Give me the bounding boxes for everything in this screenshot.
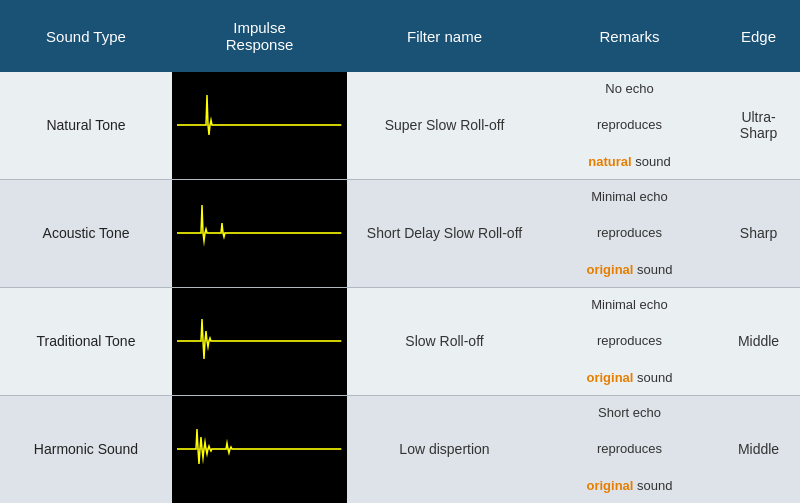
header-filter: Filter name: [347, 0, 542, 72]
remarks-highlight-line: natural sound: [588, 153, 670, 171]
remarks-line1: Minimal echo: [591, 188, 668, 206]
remarks-highlight-word: original: [587, 370, 634, 385]
waveform-canvas: [177, 201, 342, 265]
remarks-highlight-line: original sound: [587, 477, 673, 495]
waveform-canvas: [177, 93, 342, 157]
edge-cell: Ultra-Sharp: [717, 72, 800, 179]
remarks-line2: reproduces: [597, 332, 662, 350]
waveform-canvas: [177, 417, 342, 481]
impulse-cell: [172, 72, 347, 179]
sound-type-cell: Natural Tone: [0, 72, 172, 179]
remarks-line1: Short echo: [598, 404, 661, 422]
impulse-cell: [172, 396, 347, 503]
remarks-cell: Minimal echoreproducesoriginal sound: [542, 288, 717, 395]
sound-type-cell: Traditional Tone: [0, 288, 172, 395]
sound-type-cell: Harmonic Sound: [0, 396, 172, 503]
remarks-highlight-word: original: [587, 262, 634, 277]
remarks-cell: No echoreproducesnatural sound: [542, 72, 717, 179]
remarks-cell: Minimal echoreproducesoriginal sound: [542, 180, 717, 287]
table-row: Harmonic SoundLow dispertionShort echore…: [0, 396, 800, 503]
remarks-line2: reproduces: [597, 116, 662, 134]
remarks-line2: reproduces: [597, 224, 662, 242]
filter-name-cell: Super Slow Roll-off: [347, 72, 542, 179]
remarks-highlight-line: original sound: [587, 261, 673, 279]
table-row: Natural ToneSuper Slow Roll-offNo echore…: [0, 72, 800, 180]
remarks-highlight-word: original: [587, 478, 634, 493]
remarks-line2: reproduces: [597, 440, 662, 458]
impulse-cell: [172, 180, 347, 287]
remarks-highlight-line: original sound: [587, 369, 673, 387]
filter-name-cell: Slow Roll-off: [347, 288, 542, 395]
edge-cell: Middle: [717, 396, 800, 503]
table-body: Natural ToneSuper Slow Roll-offNo echore…: [0, 72, 800, 503]
comparison-table: Sound Type Impulse Response Filter name …: [0, 0, 800, 503]
table-row: Acoustic ToneShort Delay Slow Roll-offMi…: [0, 180, 800, 288]
table-row: Traditional ToneSlow Roll-offMinimal ech…: [0, 288, 800, 396]
impulse-cell: [172, 288, 347, 395]
remarks-line1: No echo: [605, 80, 653, 98]
filter-name-cell: Low dispertion: [347, 396, 542, 503]
header-impulse: Impulse Response: [172, 0, 347, 72]
sound-type-cell: Acoustic Tone: [0, 180, 172, 287]
remarks-cell: Short echoreproducesoriginal sound: [542, 396, 717, 503]
edge-cell: Sharp: [717, 180, 800, 287]
filter-name-cell: Short Delay Slow Roll-off: [347, 180, 542, 287]
header-sound-type: Sound Type: [0, 0, 172, 72]
header-remarks: Remarks: [542, 0, 717, 72]
table-header: Sound Type Impulse Response Filter name …: [0, 0, 800, 72]
remarks-highlight-word: natural: [588, 154, 631, 169]
waveform-canvas: [177, 309, 342, 373]
header-edge: Edge: [717, 0, 800, 72]
remarks-line1: Minimal echo: [591, 296, 668, 314]
edge-cell: Middle: [717, 288, 800, 395]
